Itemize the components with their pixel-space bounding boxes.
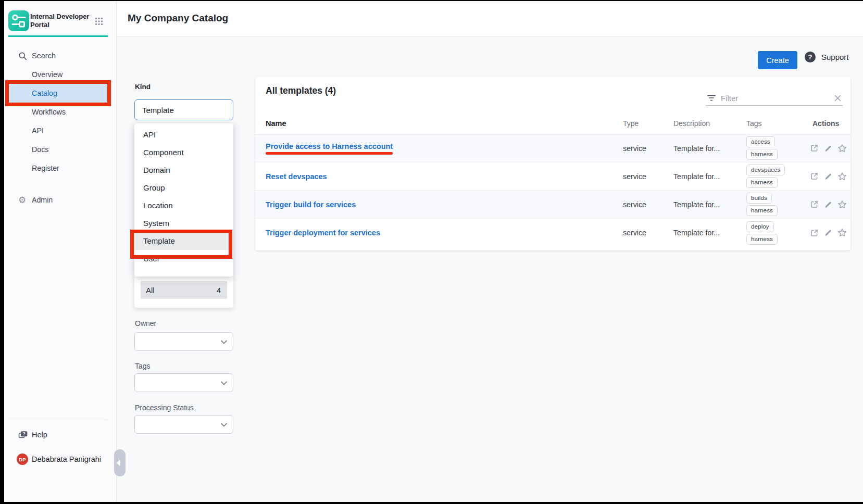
sidebar-item-catalog[interactable]: Catalog [9, 84, 107, 103]
sidebar-item-docs[interactable]: Docs [9, 140, 107, 159]
svg-text:?: ? [22, 431, 25, 436]
kind-option-component[interactable]: Component [134, 144, 233, 161]
content-area: Create ? Support Kind Template APICompon… [117, 37, 863, 502]
brand-title: Internal Developer Portal [30, 12, 89, 29]
open-in-new-icon[interactable] [810, 172, 819, 181]
tags-select[interactable] [134, 373, 233, 392]
kind-label: Kind [135, 83, 151, 91]
star-icon[interactable] [837, 228, 847, 237]
kind-option-api[interactable]: API [134, 126, 233, 144]
chevron-down-icon [221, 381, 227, 385]
column-header-tags: Tags [746, 119, 804, 128]
star-icon[interactable] [837, 172, 847, 181]
column-header-description: Description [673, 119, 746, 128]
kind-all-row[interactable]: All 4 [141, 281, 227, 299]
table-row: Trigger build for servicesserviceTemplat… [255, 191, 851, 219]
app-window: Internal Developer Portal Search Overvie… [4, 1, 863, 502]
kind-option-system[interactable]: System [134, 215, 233, 232]
tag-chip: harness [746, 177, 778, 188]
brand-divider [8, 35, 108, 37]
filter-funnel-icon [707, 94, 716, 102]
sidebar-item-admin[interactable]: ⚙ Admin [4, 191, 53, 209]
filter-input[interactable] [721, 94, 829, 103]
brand-line1: Internal Developer [30, 12, 89, 21]
edit-icon[interactable] [824, 144, 832, 153]
tag-chip: devspaces [746, 165, 785, 175]
sidebar: Internal Developer Portal Search Overvie… [4, 1, 117, 502]
owner-select[interactable] [134, 332, 233, 351]
brand-line2: Portal [30, 21, 89, 29]
app-switcher-grid-icon[interactable] [95, 17, 103, 26]
kind-all-label: All [146, 286, 155, 295]
table-filter [706, 91, 843, 106]
search-icon [18, 52, 27, 60]
kind-option-user[interactable]: User [134, 250, 233, 268]
open-in-new-icon[interactable] [810, 229, 819, 237]
portal-logo-icon [8, 10, 29, 31]
column-header-type: Type [623, 119, 673, 128]
main-area: My Company Catalog Create ? Support Kind… [117, 1, 863, 502]
clear-filter-icon[interactable] [834, 94, 842, 102]
template-link[interactable]: Reset devspaces [266, 172, 327, 181]
sidebar-search[interactable]: Search [4, 49, 56, 62]
sidebar-item-workflows[interactable]: Workflows [9, 103, 107, 121]
type-cell: service [623, 200, 673, 209]
page-title: My Company Catalog [128, 12, 228, 24]
kind-all-count: 4 [217, 286, 221, 295]
tag-chip: harness [746, 149, 778, 160]
template-link[interactable]: Provide access to Harness account [266, 142, 393, 155]
type-cell: service [623, 172, 673, 181]
column-header-actions: Actions [804, 119, 851, 128]
star-icon[interactable] [837, 200, 847, 209]
avatar: DP [17, 453, 28, 465]
sidebar-item-api[interactable]: API [9, 121, 107, 140]
templates-card: All templates (4) [255, 77, 851, 250]
sidebar-collapse-handle[interactable] [114, 449, 126, 476]
actions-cell [804, 200, 851, 209]
open-in-new-icon[interactable] [810, 144, 819, 153]
templates-title: All templates (4) [266, 85, 336, 96]
screen: { "icons": { "question_mark": "?" }, "si… [0, 0, 863, 504]
star-icon[interactable] [837, 144, 847, 153]
tag-chip: access [746, 136, 775, 147]
table-body: Provide access to Harness accountservice… [255, 134, 851, 247]
processing-status-label: Processing Status [135, 404, 194, 412]
chevron-down-icon [221, 423, 227, 427]
tags-label: Tags [135, 362, 151, 370]
tags-cell: accessharness [746, 136, 804, 160]
help-button[interactable]: ? Help [4, 429, 47, 441]
tag-chip: harness [746, 234, 778, 245]
kind-dropdown: APIComponentDomainGroupLocationSystemTem… [134, 123, 233, 276]
table-row: Reset devspacesserviceTemplate for...dev… [255, 162, 851, 191]
column-header-name: Name [266, 119, 623, 128]
edit-icon[interactable] [824, 172, 832, 181]
sidebar-item-overview[interactable]: Overview [9, 65, 107, 84]
description-cell: Template for... [673, 229, 746, 237]
edit-icon[interactable] [824, 200, 832, 209]
template-link[interactable]: Trigger build for services [266, 200, 356, 209]
type-cell: service [623, 144, 673, 153]
tag-chip: harness [746, 205, 778, 216]
table-header-row: Name Type Description Tags Actions [255, 112, 851, 134]
support-button[interactable]: ? Support [805, 52, 849, 62]
user-menu[interactable]: DP Debabrata Panigrahi [17, 452, 101, 466]
kind-option-template[interactable]: Template [134, 232, 233, 250]
kind-option-group[interactable]: Group [134, 179, 233, 197]
help-chat-icon: ? [18, 431, 28, 439]
tags-cell: devspacesharness [746, 165, 804, 188]
actions-cell [804, 172, 851, 181]
sidebar-nav: OverviewCatalogWorkflowsAPIDocsRegister [4, 65, 116, 178]
template-link[interactable]: Trigger deployment for services [266, 229, 380, 237]
processing-status-select[interactable] [134, 415, 233, 434]
kind-option-domain[interactable]: Domain [134, 161, 233, 179]
description-cell: Template for... [673, 200, 746, 209]
edit-icon[interactable] [824, 229, 832, 237]
kind-option-location[interactable]: Location [134, 197, 233, 215]
support-label: Support [821, 53, 849, 61]
owner-label: Owner [135, 319, 156, 327]
tag-chip: deploy [746, 221, 774, 232]
sidebar-item-register[interactable]: Register [9, 159, 107, 178]
kind-select[interactable]: Template [134, 99, 233, 120]
open-in-new-icon[interactable] [810, 200, 819, 209]
create-button[interactable]: Create [758, 51, 797, 69]
